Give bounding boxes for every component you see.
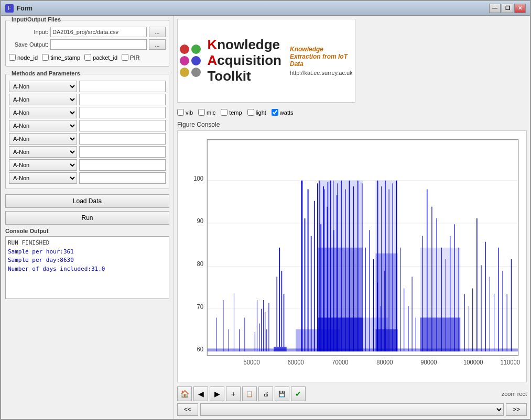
- save-output-field[interactable]: [50, 39, 147, 50]
- channel-light: light: [247, 109, 266, 116]
- minimize-button[interactable]: —: [489, 4, 501, 13]
- method-row-5: A-Non: [9, 133, 166, 145]
- load-data-button[interactable]: Load Data: [5, 194, 169, 208]
- input-browse-button[interactable]: ...: [149, 27, 166, 37]
- svg-text:90: 90: [197, 217, 204, 225]
- top-checkboxes: node_id time_stamp packet_id PIR: [9, 52, 166, 63]
- node-id-checkbox[interactable]: [9, 54, 16, 61]
- svg-text:100000: 100000: [463, 358, 483, 366]
- logo-k: K: [207, 37, 217, 52]
- toolbar-left: 🏠 ◀ ▶ + 📋 🖨 💾 ✔: [177, 386, 306, 401]
- light-checkbox[interactable]: [247, 109, 254, 116]
- method-row-8: A-Non: [9, 172, 166, 184]
- io-section-label: Input/Output Files: [10, 16, 62, 23]
- save-button[interactable]: 💾: [275, 386, 289, 401]
- logo-right: Knowledge Extraction from IoT Data http:…: [290, 46, 353, 76]
- prev-button[interactable]: <<: [177, 403, 198, 416]
- method-select-6[interactable]: A-Non: [9, 146, 77, 158]
- temp-label: temp: [229, 109, 242, 116]
- check-button[interactable]: ✔: [291, 386, 306, 401]
- console-label: Console Output: [5, 228, 169, 234]
- method-param-6[interactable]: [79, 146, 166, 158]
- nav-dropdown[interactable]: [200, 403, 504, 416]
- dot-6: [191, 68, 201, 77]
- main-window: F Form — ❐ ✕ Input/Output Files Input: .…: [0, 0, 531, 420]
- logo-title: Knowledge Acquisition Toolkit: [207, 37, 281, 84]
- method-select-3[interactable]: A-Non: [9, 107, 77, 118]
- svg-rect-75: [376, 329, 398, 351]
- method-select-8[interactable]: A-Non: [9, 172, 77, 184]
- watts-checkbox[interactable]: [272, 109, 278, 116]
- window-controls: — ❐ ✕: [489, 4, 526, 13]
- mic-label: mic: [207, 109, 215, 116]
- console-line-2: Sample per hour:361: [8, 248, 167, 257]
- checkbox-pir: PIR: [122, 54, 139, 61]
- channel-mic: mic: [198, 109, 215, 116]
- temp-checkbox[interactable]: [221, 109, 227, 116]
- svg-rect-43: [311, 236, 312, 352]
- method-select-5[interactable]: A-Non: [9, 133, 77, 145]
- svg-rect-110: [207, 349, 518, 352]
- svg-text:80: 80: [197, 260, 204, 268]
- home-button[interactable]: 🏠: [177, 386, 192, 401]
- channel-watts: watts: [272, 109, 294, 116]
- run-button[interactable]: Run: [5, 211, 169, 225]
- method-select-4[interactable]: A-Non: [9, 120, 77, 131]
- method-select-7[interactable]: A-Non: [9, 159, 77, 171]
- method-param-3[interactable]: [79, 107, 166, 118]
- restore-button[interactable]: ❐: [502, 4, 513, 13]
- method-param-8[interactable]: [79, 172, 166, 184]
- dot-5: [180, 68, 189, 77]
- forward-button[interactable]: ▶: [210, 386, 224, 401]
- light-label: light: [256, 109, 266, 116]
- next-button[interactable]: >>: [506, 403, 527, 416]
- zoom-button[interactable]: +: [226, 386, 241, 401]
- vib-checkbox[interactable]: [177, 109, 184, 116]
- svg-text:70000: 70000: [332, 358, 349, 366]
- method-param-2[interactable]: [79, 94, 166, 105]
- svg-rect-40: [301, 181, 302, 351]
- method-param-4[interactable]: [79, 120, 166, 131]
- method-param-1[interactable]: [79, 81, 166, 92]
- logo-text: Knowledge Acquisition Toolkit: [207, 37, 281, 84]
- mic-checkbox[interactable]: [198, 109, 205, 116]
- method-select-1[interactable]: A-Non: [9, 81, 77, 92]
- checkbox-packet-id: packet_id: [84, 54, 117, 61]
- plot-svg: 60 70 80 90 100 50000 60000 70000 80000 …: [178, 131, 526, 382]
- figure-console-label: Figure Console: [177, 121, 527, 128]
- method-row-6: A-Non: [9, 146, 166, 158]
- time-stamp-checkbox[interactable]: [42, 54, 49, 61]
- input-field[interactable]: [50, 27, 147, 37]
- save-output-row: Save Output: ...: [9, 39, 166, 50]
- back-button[interactable]: ◀: [193, 386, 208, 401]
- svg-rect-44: [314, 201, 315, 351]
- pir-checkbox[interactable]: [122, 54, 128, 61]
- method-param-7[interactable]: [79, 159, 166, 171]
- pan-button[interactable]: 📋: [242, 386, 257, 401]
- logo-content: Knowledge Acquisition Toolkit Knowledge …: [180, 37, 352, 84]
- svg-text:80000: 80000: [376, 358, 393, 366]
- method-select-2[interactable]: A-Non: [9, 94, 77, 105]
- right-panel: Knowledge Acquisition Toolkit Knowledge …: [174, 16, 530, 419]
- close-button[interactable]: ✕: [514, 4, 526, 13]
- vib-label: vib: [186, 109, 193, 116]
- method-param-5[interactable]: [79, 133, 166, 145]
- checkbox-node-id: node_id: [9, 54, 38, 61]
- input-label: Input:: [9, 29, 48, 35]
- packet-id-label: packet_id: [93, 54, 117, 61]
- packet-id-checkbox[interactable]: [84, 54, 91, 61]
- channel-vib: vib: [177, 109, 193, 116]
- window-icon: F: [5, 4, 14, 13]
- logo-url: http://kat.ee.surrey.ac.uk: [290, 70, 353, 76]
- print-button[interactable]: 🖨: [258, 386, 273, 401]
- logo-knowledge: nowledge: [217, 37, 280, 52]
- save-browse-button[interactable]: ...: [149, 39, 166, 50]
- zoom-text: zoom rect: [502, 391, 527, 397]
- methods-section: Methods and Parameters A-Non A-Non A-Non…: [5, 74, 169, 189]
- svg-text:50000: 50000: [244, 358, 261, 366]
- svg-text:100: 100: [193, 174, 203, 182]
- svg-rect-41: [304, 218, 305, 351]
- console-line-1: RUN FINISHED: [8, 239, 167, 248]
- input-row: Input: ...: [9, 27, 166, 37]
- methods-label: Methods and Parameters: [10, 70, 82, 76]
